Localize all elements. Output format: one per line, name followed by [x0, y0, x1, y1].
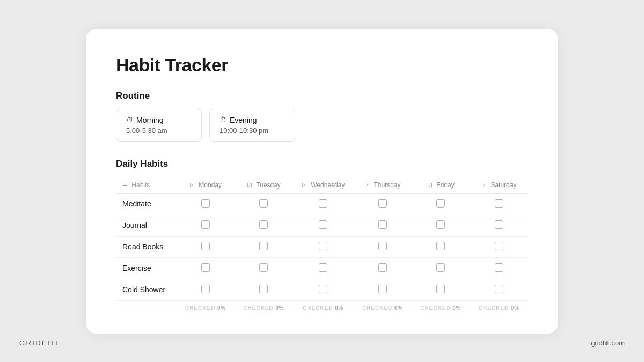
- checkbox-0-thursday[interactable]: [378, 199, 387, 208]
- col-header-saturday: ☑ Saturday: [470, 177, 528, 194]
- check-icon-thursday: ☑: [364, 182, 370, 188]
- checkbox-1-thursday[interactable]: [378, 220, 387, 229]
- habit-3-friday-cell[interactable]: [412, 257, 470, 279]
- table-row: Meditate: [116, 193, 528, 215]
- checkbox-0-monday[interactable]: [201, 199, 210, 208]
- habit-0-friday-cell[interactable]: [412, 193, 470, 215]
- table-row: Journal: [116, 215, 528, 236]
- habit-0-monday-cell[interactable]: [177, 193, 235, 215]
- checkbox-1-tuesday[interactable]: [259, 220, 268, 229]
- checkbox-1-saturday[interactable]: [495, 220, 503, 229]
- checkbox-0-saturday[interactable]: [495, 199, 503, 208]
- habit-3-wednesday-cell[interactable]: [293, 257, 354, 279]
- checkbox-4-tuesday[interactable]: [259, 285, 268, 293]
- checkbox-0-friday[interactable]: [436, 199, 445, 208]
- habit-3-tuesday-cell[interactable]: [235, 257, 292, 279]
- daily-habits-title: Daily Habits: [116, 159, 528, 169]
- checkbox-3-thursday[interactable]: [378, 263, 387, 272]
- checkbox-1-friday[interactable]: [436, 220, 445, 229]
- checkbox-3-monday[interactable]: [201, 263, 210, 272]
- habit-1-saturday-cell[interactable]: [470, 215, 528, 236]
- habit-3-saturday-cell[interactable]: [470, 257, 528, 279]
- habit-1-thursday-cell[interactable]: [354, 215, 412, 236]
- routine-evening-time: 10:00-10:30 pm: [219, 127, 285, 135]
- pct-wednesday: 0%: [335, 305, 343, 311]
- habit-4-wednesday-cell[interactable]: [293, 279, 354, 300]
- habit-name-4: Cold Shower: [116, 279, 177, 300]
- habit-4-thursday-cell[interactable]: [354, 279, 412, 300]
- checkbox-2-tuesday[interactable]: [259, 242, 268, 250]
- habit-1-tuesday-cell[interactable]: [235, 215, 292, 236]
- checked-label-saturday: CHECKED: [479, 305, 509, 311]
- checkbox-2-friday[interactable]: [436, 242, 445, 250]
- footer-wednesday: CHECKED 0%: [293, 300, 354, 312]
- col-header-habits: ☰ Habits: [116, 177, 177, 194]
- routine-evening-label: Evening: [230, 116, 257, 124]
- checkbox-4-thursday[interactable]: [378, 285, 387, 293]
- habit-2-wednesday-cell[interactable]: [293, 236, 354, 257]
- habit-1-monday-cell[interactable]: [177, 215, 235, 236]
- habit-name-1: Journal: [116, 215, 177, 236]
- brand-left: GRIDFITI: [19, 339, 59, 347]
- col-header-thursday: ☑ Thursday: [354, 177, 412, 194]
- footer-friday: CHECKED 0%: [412, 300, 470, 312]
- table-row: Exercise: [116, 257, 528, 279]
- checkbox-1-monday[interactable]: [201, 220, 210, 229]
- habit-4-tuesday-cell[interactable]: [235, 279, 292, 300]
- habits-col-label: Habits: [131, 181, 150, 189]
- checkbox-1-wednesday[interactable]: [319, 220, 327, 229]
- pct-friday: 0%: [452, 305, 461, 311]
- habit-0-wednesday-cell[interactable]: [293, 193, 354, 215]
- checkbox-3-friday[interactable]: [436, 263, 445, 272]
- checkbox-3-wednesday[interactable]: [319, 263, 327, 272]
- checkbox-2-thursday[interactable]: [378, 242, 387, 250]
- habit-0-thursday-cell[interactable]: [354, 193, 412, 215]
- checkbox-4-monday[interactable]: [201, 285, 210, 293]
- habit-3-monday-cell[interactable]: [177, 257, 235, 279]
- habit-2-tuesday-cell[interactable]: [235, 236, 292, 257]
- col-tuesday-label: Tuesday: [256, 181, 281, 189]
- col-monday-label: Monday: [199, 181, 222, 189]
- check-icon-wednesday: ☑: [302, 182, 307, 188]
- habit-2-thursday-cell[interactable]: [354, 236, 412, 257]
- habit-1-wednesday-cell[interactable]: [293, 215, 354, 236]
- habit-2-monday-cell[interactable]: [177, 236, 235, 257]
- habit-4-saturday-cell[interactable]: [470, 279, 528, 300]
- check-icon-friday: ☑: [427, 182, 433, 188]
- habit-0-tuesday-cell[interactable]: [235, 193, 292, 215]
- footer-monday: CHECKED 0%: [177, 300, 235, 312]
- checkbox-2-monday[interactable]: [201, 242, 210, 250]
- habits-table: ☰ Habits ☑ Monday ☑ Tuesday ☑ Wednesday: [116, 177, 528, 312]
- checkbox-3-tuesday[interactable]: [259, 263, 268, 272]
- checkbox-2-saturday[interactable]: [495, 242, 503, 250]
- checkbox-2-wednesday[interactable]: [319, 242, 327, 250]
- checkbox-4-wednesday[interactable]: [319, 285, 327, 293]
- checkbox-4-friday[interactable]: [436, 285, 445, 293]
- col-thursday-label: Thursday: [374, 181, 401, 189]
- checkbox-3-saturday[interactable]: [495, 263, 503, 272]
- habit-name-2: Read Books: [116, 236, 177, 257]
- brand-right: gridfiti.com: [591, 339, 625, 347]
- table-row: Read Books: [116, 236, 528, 257]
- pct-monday: 0%: [217, 305, 226, 311]
- habit-name-3: Exercise: [116, 257, 177, 279]
- footer-thursday: CHECKED 0%: [354, 300, 412, 312]
- checkbox-0-wednesday[interactable]: [319, 199, 327, 208]
- table-row: Cold Shower: [116, 279, 528, 300]
- habit-2-saturday-cell[interactable]: [470, 236, 528, 257]
- col-saturday-label: Saturday: [491, 181, 516, 189]
- habit-3-thursday-cell[interactable]: [354, 257, 412, 279]
- checkbox-0-tuesday[interactable]: [259, 199, 268, 208]
- pct-tuesday: 0%: [275, 305, 284, 311]
- habit-4-monday-cell[interactable]: [177, 279, 235, 300]
- col-friday-label: Friday: [436, 181, 454, 189]
- habit-1-friday-cell[interactable]: [412, 215, 470, 236]
- habit-2-friday-cell[interactable]: [412, 236, 470, 257]
- habit-0-saturday-cell[interactable]: [470, 193, 528, 215]
- checked-label-monday: CHECKED: [185, 305, 215, 311]
- footer-tuesday: CHECKED 0%: [235, 300, 292, 312]
- habit-4-friday-cell[interactable]: [412, 279, 470, 300]
- routine-card-morning: ⏱ Morning 5.00-5.30 am: [116, 109, 202, 142]
- check-icon-saturday: ☑: [481, 182, 487, 188]
- checkbox-4-saturday[interactable]: [495, 285, 503, 293]
